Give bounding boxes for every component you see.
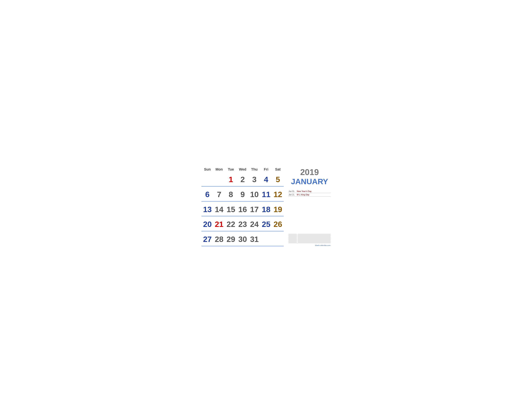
day-headers-row: SunMonTueWedThuFriSat bbox=[201, 166, 284, 172]
calendar-day-3: 3 bbox=[248, 174, 260, 185]
calendar-day-4: 4 bbox=[260, 174, 272, 185]
calendar-day-10: 10 bbox=[248, 189, 260, 200]
calendar-week-2: 6789101112 bbox=[201, 189, 284, 201]
calendar-day-6: 6 bbox=[201, 189, 213, 200]
calendar-week-3: 13141516171819 bbox=[201, 204, 284, 216]
holiday-date: Jan 01 bbox=[289, 190, 296, 192]
note-row-9 bbox=[289, 243, 331, 243]
calendar-day-5: 5 bbox=[272, 174, 284, 185]
calendar-week-5: 2728293031 bbox=[201, 234, 284, 246]
calendar-grid: 1234567891011121314151617181920212223242… bbox=[201, 174, 284, 246]
day-header-wed: Wed bbox=[237, 166, 249, 172]
day-header-tue: Tue bbox=[225, 166, 237, 172]
calendar-day-15: 15 bbox=[225, 204, 237, 215]
watermark: blank-calendar.com bbox=[289, 244, 331, 246]
calendar-page: SunMonTueWedThuFriSat 123456789101112131… bbox=[193, 160, 339, 251]
note-date-line bbox=[289, 234, 297, 234]
day-header-fri: Fri bbox=[260, 166, 272, 172]
calendar-day-20: 20 bbox=[201, 219, 213, 230]
calendar-day-1: 1 bbox=[225, 174, 237, 185]
calendar-day-22: 22 bbox=[225, 219, 237, 230]
calendar-day-13: 13 bbox=[201, 204, 213, 215]
calendar-day-12: 12 bbox=[272, 189, 284, 200]
holiday-date: Jan 21 bbox=[289, 194, 296, 196]
calendar-week-4: 20212223242526 bbox=[201, 219, 284, 231]
calendar-week-1: 12345 bbox=[201, 174, 284, 187]
calendar-day-24: 24 bbox=[248, 219, 260, 230]
holidays-section: Jan 01New Year's DayJan 21M L King Day bbox=[289, 190, 331, 233]
calendar-day-empty bbox=[272, 234, 284, 245]
day-header-thu: Thu bbox=[248, 166, 260, 172]
calendar-day-empty bbox=[213, 174, 225, 185]
calendar-day-8: 8 bbox=[225, 189, 237, 200]
calendar-info-section: 2019 JANUARY Jan 01New Year's DayJan 21M… bbox=[289, 166, 331, 246]
calendar-day-21: 21 bbox=[213, 219, 225, 230]
calendar-day-29: 29 bbox=[225, 234, 237, 245]
calendar-day-14: 14 bbox=[213, 204, 225, 215]
year-label: 2019 bbox=[289, 168, 331, 176]
calendar-day-26: 26 bbox=[272, 219, 284, 230]
calendar-day-28: 28 bbox=[213, 234, 225, 245]
calendar-day-9: 9 bbox=[237, 189, 249, 200]
calendar-day-27: 27 bbox=[201, 234, 213, 245]
calendar-day-30: 30 bbox=[237, 234, 249, 245]
calendar-day-2: 2 bbox=[237, 174, 249, 185]
calendar-day-11: 11 bbox=[260, 189, 272, 200]
calendar-day-31: 31 bbox=[248, 234, 260, 245]
month-label: JANUARY bbox=[289, 177, 331, 186]
calendar-day-empty bbox=[260, 234, 272, 245]
day-header-mon: Mon bbox=[213, 166, 225, 172]
holiday-name: New Year's Day bbox=[297, 190, 312, 192]
calendar-day-7: 7 bbox=[213, 189, 225, 200]
calendar-day-17: 17 bbox=[248, 204, 260, 215]
day-header-sun: Sun bbox=[201, 166, 213, 172]
calendar-day-empty bbox=[201, 174, 213, 185]
calendar-day-18: 18 bbox=[260, 204, 272, 215]
calendar-day-16: 16 bbox=[237, 204, 249, 215]
holiday-name: M L King Day bbox=[297, 193, 309, 196]
note-text-line bbox=[298, 234, 331, 234]
calendar-day-23: 23 bbox=[237, 219, 249, 230]
calendar-grid-section: SunMonTueWedThuFriSat 123456789101112131… bbox=[201, 166, 284, 246]
holiday-entry: Jan 21M L King Day bbox=[289, 193, 331, 196]
calendar-day-25: 25 bbox=[260, 219, 272, 230]
notes-section bbox=[289, 234, 331, 243]
holiday-entry: Jan 01New Year's Day bbox=[289, 190, 331, 193]
day-header-sat: Sat bbox=[272, 166, 284, 172]
calendar-day-19: 19 bbox=[272, 204, 284, 215]
